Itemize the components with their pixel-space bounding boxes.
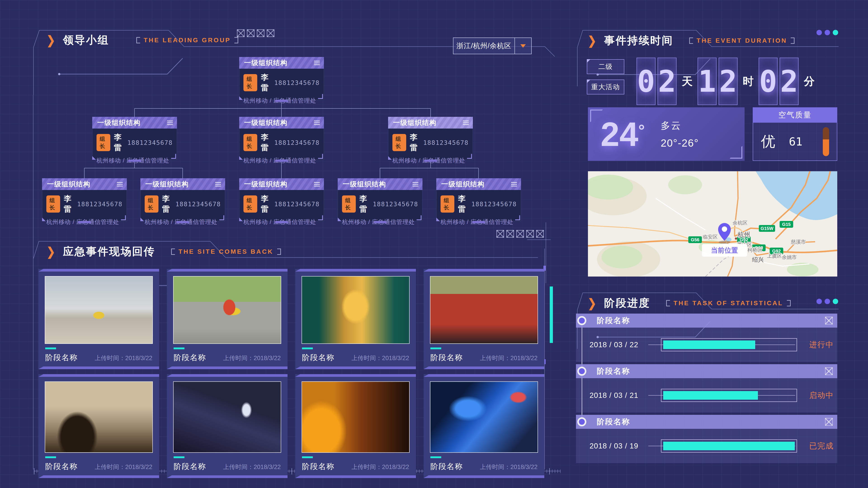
- person-name: 李雷: [410, 132, 420, 153]
- cyan-dash: [302, 348, 313, 349]
- org-node[interactable]: 一级组织结构 组长 李雷 18812345678 杭州移动 / 应急通信管理处: [141, 178, 225, 221]
- progress-bar: [648, 440, 795, 453]
- digit-cell: 1: [698, 58, 717, 105]
- svg-text:余姚市: 余姚市: [782, 254, 797, 260]
- placeholder-icon-row: [496, 230, 544, 238]
- person-name: 李雷: [261, 132, 271, 153]
- svg-text:临安区: 临安区: [703, 234, 718, 240]
- card-bottom-bar: [424, 366, 544, 369]
- timeline-dot: [577, 316, 586, 325]
- site-photo-card[interactable]: 阶段名称 上传时间：2018/3/22: [424, 269, 544, 369]
- photo-firefighters-flames: [302, 381, 410, 453]
- menu-icon[interactable]: [167, 121, 173, 125]
- card-title: 阶段名称: [302, 352, 335, 363]
- stage-status: 进行中: [796, 339, 834, 350]
- org-node[interactable]: 一级组织结构 组长 李雷 18812345678 杭州移动 / 应急通信管理处: [239, 117, 324, 160]
- svg-text:柯桥区: 柯桥区: [747, 247, 763, 253]
- site-photo-card[interactable]: 阶段名称 上传时间：2018/3/22: [295, 374, 416, 478]
- menu-icon[interactable]: [412, 182, 418, 186]
- menu-icon[interactable]: [314, 182, 320, 186]
- role-badge: 组长: [243, 74, 257, 91]
- temperature: 24: [600, 115, 638, 153]
- person-phone: 18812345678: [274, 139, 320, 146]
- thermometer-icon: [823, 127, 829, 156]
- card-bottom-bar: [38, 366, 159, 369]
- site-photo-grid: 阶段名称 上传时间：2018/3/22 阶段名称 上传时间：2018/3/22 …: [38, 269, 544, 478]
- menu-icon[interactable]: [117, 182, 123, 186]
- svg-text:余杭区: 余杭区: [733, 220, 747, 226]
- role-badge: 组长: [243, 134, 257, 151]
- site-photo-card[interactable]: 阶段名称 上传时间：2018/3/22: [167, 269, 287, 369]
- menu-icon[interactable]: [511, 182, 517, 186]
- person-phone: 18812345678: [274, 79, 320, 86]
- site-photo-card[interactable]: 阶段名称 上传时间：2018/3/22: [167, 374, 287, 478]
- image-placeholder-icon: [506, 230, 514, 238]
- section-subtitle: THE EVENT DURATION: [697, 37, 787, 44]
- card-bottom-bar: [295, 366, 416, 369]
- site-photo-card[interactable]: 阶段名称 上传时间：2018/3/22: [295, 269, 416, 369]
- unit-minute: 分: [804, 74, 815, 89]
- org-node[interactable]: 一级组织结构 组长 李雷 18812345678 杭州移动 / 应急通信管理处: [338, 178, 423, 221]
- card-top-bar: [424, 269, 544, 271]
- menu-icon[interactable]: [314, 61, 320, 65]
- image-placeholder-icon: [516, 230, 524, 238]
- org-node-title: 一级组织结构: [244, 118, 287, 127]
- role-badge: 组长: [46, 195, 60, 213]
- close-icon[interactable]: [825, 418, 833, 426]
- chevron-icon: ❯: [46, 245, 55, 258]
- site-photo-card[interactable]: 阶段名称 上传时间：2018/3/22: [38, 269, 159, 369]
- photo-night-fire-truck: [173, 381, 281, 453]
- card-title: 阶段名称: [302, 461, 335, 472]
- progress-bar: [648, 389, 795, 402]
- person-dept: 杭州移动 / 应急通信管理处: [243, 157, 320, 164]
- unit-hour: 时: [743, 74, 754, 89]
- org-node[interactable]: 一级组织结构 组长 李雷 18812345678 杭州移动 / 应急通信管理处: [92, 117, 177, 160]
- person-name: 李雷: [261, 194, 271, 215]
- org-node[interactable]: 一级组织结构 组长 李雷 18812345678 杭州移动 / 应急通信管理处: [436, 178, 521, 221]
- section-title: 领导小组: [63, 33, 109, 47]
- org-node-title: 一级组织结构: [343, 180, 386, 189]
- site-photo-card[interactable]: 阶段名称 上传时间：2018/3/22: [424, 374, 544, 478]
- event-level-tag[interactable]: 二级: [587, 59, 624, 74]
- person-phone: 18812345678: [471, 201, 517, 207]
- card-upload-time: 上传时间：2018/3/22: [95, 354, 152, 362]
- scrollbar-thumb[interactable]: [550, 287, 553, 343]
- image-placeholder-icon: [496, 230, 504, 238]
- card-bottom-bar: [295, 475, 416, 478]
- menu-icon[interactable]: [463, 121, 469, 125]
- location-map[interactable]: G56 G92 G92 G92 G15W G15 临安区 余杭区 杭州 萧山区 …: [588, 171, 837, 276]
- org-node-title: 一级组织结构: [244, 180, 287, 189]
- menu-icon[interactable]: [215, 182, 221, 186]
- menu-icon[interactable]: [314, 121, 320, 125]
- close-icon[interactable]: [825, 367, 833, 375]
- card-top-bar: [38, 269, 159, 271]
- org-node[interactable]: 一级组织结构 组长 李雷 18812345678 杭州移动 / 应急通信管理处: [239, 178, 324, 221]
- corner-accent: [318, 154, 323, 159]
- org-node[interactable]: 一级组织结构 组长 李雷 18812345678 杭州移动 / 应急通信管理处: [42, 178, 127, 221]
- bracket-left-icon: [689, 37, 693, 44]
- bracket-left-icon: [136, 37, 140, 43]
- org-node[interactable]: 一级组织结构 组长 李雷 18812345678 杭州移动 / 应急通信管理处: [239, 57, 324, 100]
- progress-list: 阶段名称 2018 / 03 / 22 进行中 阶段名称 2018: [576, 314, 837, 465]
- weather-condition: 多云: [661, 119, 699, 132]
- card-bottom-bar: [167, 475, 287, 478]
- dot-icon: [816, 30, 822, 35]
- dropdown-arrow-icon[interactable]: [515, 38, 531, 54]
- bracket-right-icon: [791, 37, 795, 44]
- site-photo-card[interactable]: 阶段名称 上传时间：2018/3/22: [38, 374, 159, 478]
- region-select[interactable]: 浙江/杭州/余杭区: [453, 37, 532, 54]
- photo-ambulance: [302, 276, 410, 344]
- event-type-tag[interactable]: 重大活动: [587, 79, 624, 94]
- svg-text:绍兴: 绍兴: [752, 256, 764, 263]
- person-name: 李雷: [114, 132, 124, 153]
- progress-fill: [663, 340, 755, 349]
- person-dept: 杭州移动 / 应急通信管理处: [145, 218, 221, 226]
- close-icon[interactable]: [825, 317, 833, 324]
- digit-cell: 2: [780, 58, 799, 105]
- placeholder-icon-row: [237, 29, 274, 37]
- org-chart: 一级组织结构 组长 李雷 18812345678 杭州移动 / 应急通信管理处 …: [23, 57, 561, 224]
- stage-date: 2018 / 03 / 19: [590, 442, 648, 450]
- org-node[interactable]: 一级组织结构 组长 李雷 18812345678 杭州移动 / 应急通信管理处: [388, 117, 473, 160]
- person-dept: 杭州移动 / 应急通信管理处: [393, 157, 469, 164]
- corner-accent: [318, 94, 323, 99]
